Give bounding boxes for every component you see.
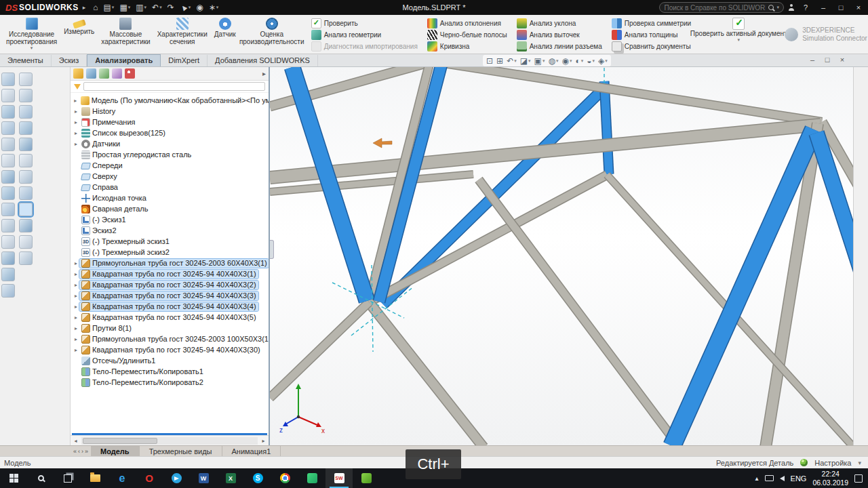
task-view-button[interactable] xyxy=(54,468,81,488)
ribbon-button[interactable]: Анализ линии разъема xyxy=(517,41,602,52)
left-toolbar-icon[interactable] xyxy=(1,89,15,102)
ribbon-button[interactable]: Анализ геометрии xyxy=(311,29,418,40)
tree-item[interactable]: ▸ Прутки 8(1) xyxy=(71,323,269,333)
tree-item[interactable]: ▸ Отсечь/Удлинить1 xyxy=(71,355,269,366)
propertymanager-tab-icon[interactable] xyxy=(86,68,96,79)
login-user-icon[interactable] xyxy=(788,4,795,11)
skype-icon[interactable]: S xyxy=(244,468,271,488)
expand-arrow-icon[interactable]: ▸ xyxy=(73,304,79,310)
edge-icon[interactable]: e xyxy=(108,468,136,488)
app-green-2-icon[interactable] xyxy=(353,468,380,488)
search-button[interactable] xyxy=(27,468,54,488)
save-icon[interactable]: ▦▾ xyxy=(117,3,132,12)
expand-arrow-icon[interactable]: ▸ xyxy=(73,141,79,147)
tree-item[interactable]: ▸ Модель (По умолчанию<Как обработанный>… xyxy=(71,95,269,106)
view-palette-icon[interactable] xyxy=(856,128,867,139)
zoom-area-icon[interactable]: ⊞▾ xyxy=(495,56,505,66)
hide-show-items-icon[interactable]: ◉▾ xyxy=(560,56,573,66)
tree-item[interactable]: ▸ (-) Трехмерный эскиз1 xyxy=(71,236,269,247)
tree-item[interactable]: ▸ Прямоугольная труба гост 30245-2003 60… xyxy=(71,258,269,268)
check-active-document-button[interactable]: Проверить активный документ ▾ xyxy=(698,16,779,53)
tree-item[interactable]: ▸ (-) Эскиз1 xyxy=(71,214,269,225)
left-toolbar-icon[interactable] xyxy=(1,170,15,184)
left-toolbar-icon[interactable] xyxy=(19,186,33,200)
tree-item[interactable]: ▸ Простая углеродистая сталь xyxy=(71,149,269,160)
left-toolbar-icon[interactable] xyxy=(19,154,33,167)
left-toolbar-icon[interactable] xyxy=(19,203,33,216)
flyout-arrow-icon[interactable]: ▸ xyxy=(262,70,266,77)
tree-item[interactable]: ▸ Спереди xyxy=(71,160,269,171)
network-icon[interactable] xyxy=(765,475,774,481)
expand-arrow-icon[interactable]: ▸ xyxy=(73,108,79,115)
display-style-icon[interactable]: ◍▾ xyxy=(547,56,559,66)
telegram-icon[interactable] xyxy=(163,468,190,488)
tree-item[interactable]: ▸ Исходная точка xyxy=(71,192,269,203)
word-icon[interactable]: W xyxy=(190,468,217,488)
zoom-fit-icon[interactable]: ⊡▾ xyxy=(485,56,494,66)
tree-item[interactable]: ▸ History xyxy=(71,106,269,117)
volume-icon[interactable] xyxy=(780,476,785,481)
home-icon[interactable]: ⌂▾ xyxy=(91,3,100,12)
ribbon-button[interactable]: Анализ уклона xyxy=(517,18,602,28)
featuremanager-tab-icon[interactable] xyxy=(73,68,83,79)
rebuild-icon[interactable]: ◉▾ xyxy=(194,3,205,12)
tree-item[interactable]: ▸ Прямоугольная труба гост 30245-2003 10… xyxy=(71,333,269,344)
help-search-box[interactable]: ▾ xyxy=(659,2,784,13)
appearances-scenes-icon[interactable] xyxy=(856,143,867,154)
apply-scene-icon[interactable]: ◒▾ xyxy=(585,56,596,66)
ribbon-button[interactable]: Анализ толщины xyxy=(612,29,691,40)
hidden-icons-chevron[interactable]: ▴ xyxy=(755,474,759,482)
tree-item[interactable]: ▸ Датчики xyxy=(71,138,269,149)
scroll-left-icon[interactable]: ◂ xyxy=(71,438,81,444)
tab-nav-arrow-icon[interactable]: › xyxy=(81,448,83,455)
left-toolbar-icon[interactable] xyxy=(1,235,15,249)
scrollbar-thumb[interactable] xyxy=(83,438,157,444)
left-toolbar-icon[interactable] xyxy=(1,186,15,200)
redo-icon[interactable]: ↷▾ xyxy=(165,3,176,12)
scroll-right-icon[interactable]: ▸ xyxy=(258,438,269,444)
help-icon[interactable]: ? xyxy=(799,3,812,12)
document-view-tab[interactable]: Анимация1 xyxy=(222,446,281,456)
ribbon-button[interactable]: Сравнить документы xyxy=(612,41,691,52)
file-explorer-icon[interactable] xyxy=(81,468,108,488)
commandmanager-tab[interactable]: DimXpert xyxy=(161,55,208,66)
view-orientation-icon[interactable]: ▣▾ xyxy=(533,56,547,66)
doc-minimize-icon[interactable]: – xyxy=(807,56,818,64)
expand-arrow-icon[interactable]: ▸ xyxy=(73,98,79,104)
expand-arrow-icon[interactable]: ▸ xyxy=(73,314,79,321)
expand-arrow-icon[interactable]: ▸ xyxy=(73,271,79,277)
commandmanager-tab[interactable]: Добавления SOLIDWORKS xyxy=(208,55,318,66)
ribbon-button[interactable]: Массовые характеристики ▾ xyxy=(98,16,153,53)
left-toolbar-icon[interactable] xyxy=(19,138,33,151)
ribbon-button[interactable]: Анализ отклонения xyxy=(427,18,507,28)
document-view-tab[interactable]: Трехмерные виды xyxy=(140,446,222,456)
filter-icon[interactable] xyxy=(74,84,81,89)
left-toolbar-icon[interactable] xyxy=(1,284,15,298)
expand-arrow-icon[interactable]: ▸ xyxy=(73,260,79,266)
left-toolbar-icon[interactable] xyxy=(19,219,33,232)
search-icon[interactable] xyxy=(768,5,774,10)
ribbon-button[interactable]: Датчик ▾ xyxy=(211,16,239,53)
file-explorer-pane-icon[interactable] xyxy=(856,113,867,124)
ribbon-button[interactable]: Диагностика импортирования xyxy=(311,41,418,52)
tree-filter-input[interactable] xyxy=(83,82,265,91)
left-toolbar-icon[interactable] xyxy=(19,89,33,102)
left-toolbar-icon[interactable] xyxy=(1,251,15,265)
opera-icon[interactable]: O xyxy=(136,468,163,488)
dimxpertmanager-tab-icon[interactable] xyxy=(112,68,122,79)
left-toolbar-icon[interactable] xyxy=(1,138,15,151)
tree-item[interactable]: ▸ Квадратная труба по гост 30245-94 40X4… xyxy=(71,312,269,323)
displaymanager-tab-icon[interactable] xyxy=(125,68,135,79)
left-toolbar-icon[interactable] xyxy=(1,219,15,232)
left-toolbar-icon[interactable] xyxy=(19,105,33,119)
configurationmanager-tab-icon[interactable] xyxy=(99,68,109,79)
section-view-icon[interactable]: ◪▾ xyxy=(519,56,532,66)
expand-arrow-icon[interactable]: ▸ xyxy=(73,336,79,342)
tree-item[interactable]: ▸ Справа xyxy=(71,182,269,192)
chrome-icon[interactable] xyxy=(271,468,298,488)
commandmanager-tab[interactable]: Элементы xyxy=(0,55,52,66)
ribbon-button[interactable]: Характеристики сечения ▾ xyxy=(154,16,211,53)
left-toolbar-icon[interactable] xyxy=(1,105,15,119)
ribbon-button[interactable]: Исследование проектирования ▾ xyxy=(3,16,60,53)
language-indicator[interactable]: ENG xyxy=(791,474,807,483)
